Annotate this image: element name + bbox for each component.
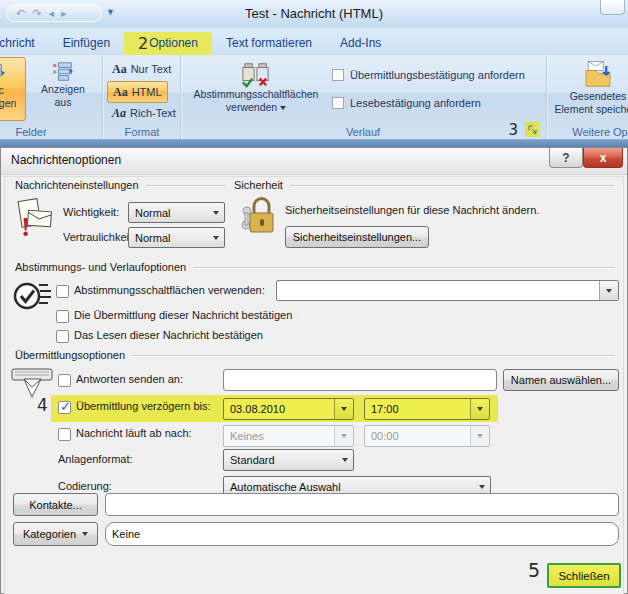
- section-divider: [290, 185, 615, 186]
- group-label-verlauf: Verlauf: [180, 126, 546, 138]
- dialog-launcher-icon: [528, 125, 538, 135]
- voting-buttons-label: Abstimmungsschaltflächen verwenden:: [74, 284, 265, 296]
- read-receipt-checkbox[interactable]: Lesebestätigung anfordern: [332, 97, 481, 109]
- group-label-format: Format: [104, 126, 180, 138]
- kategorien-button[interactable]: Kategorien: [13, 522, 98, 546]
- ribbon-group-verlauf: Abstimmungsschaltflächen verwenden Überm…: [180, 55, 547, 139]
- dropdown-arrow-icon: [337, 450, 353, 470]
- dropdown-arrow-button[interactable]: [470, 399, 489, 419]
- bcc-anzeigen-button[interactable]: Bcc anzeigen: [0, 57, 26, 121]
- expiry-time-combobox: 00:00: [364, 425, 490, 447]
- button-label-line: Abstimmungsschaltflächen: [194, 88, 319, 101]
- tab-optionen[interactable]: 2 Optionen: [124, 32, 212, 55]
- dropdown-arrow-button[interactable]: [599, 281, 618, 300]
- save-sent-item-button[interactable]: Gesendetes Element speichern: [552, 56, 628, 123]
- close-dialog-button[interactable]: x: [583, 148, 623, 168]
- sicherheitseinstellungen-button[interactable]: Sicherheitseinstellungen...: [285, 226, 429, 248]
- window-title: Test - Nachricht (HTML): [0, 0, 628, 28]
- tab-label: Nachricht: [0, 36, 35, 50]
- schliessen-button[interactable]: Schließen: [547, 563, 621, 588]
- codierung-label: Codierung:: [58, 480, 112, 492]
- tab-text-formatieren[interactable]: Text formatieren: [212, 32, 326, 55]
- dialog-title: Nachrichtenoptionen: [11, 148, 121, 173]
- button-label: Kontakte...: [29, 499, 82, 511]
- vertraulichkeit-combobox[interactable]: Normal: [128, 227, 225, 248]
- voting-buttons-checkbox[interactable]: [56, 285, 69, 298]
- read-confirm-checkbox[interactable]: [56, 330, 69, 343]
- tab-label: Einfügen: [63, 36, 110, 50]
- anlagenformat-combobox[interactable]: Standard: [223, 449, 354, 471]
- aa-icon: Aa: [112, 106, 126, 121]
- checkbox-label: Lesebestätigung anfordern: [350, 97, 481, 109]
- vertraulichkeit-label: Vertraulichkeit:: [63, 231, 135, 243]
- button-label: Schließen: [558, 570, 609, 582]
- combobox-value: Standard: [230, 454, 275, 466]
- button-label: Nur Text: [131, 63, 172, 75]
- section-divider: [132, 355, 615, 356]
- section-header-sicherheit: Sicherheit: [234, 179, 615, 191]
- kontakte-input[interactable]: [105, 493, 619, 516]
- section-label: Übermittlungsoptionen: [15, 349, 125, 361]
- expiry-checkbox[interactable]: [58, 428, 71, 441]
- namen-auswaehlen-button[interactable]: Namen auswählen...: [503, 369, 619, 391]
- html-button[interactable]: Aa HTML: [107, 81, 168, 103]
- importance-envelope-icon: !: [17, 194, 53, 242]
- button-label-line: verwenden: [226, 101, 277, 114]
- section-divider: [146, 185, 225, 186]
- help-button[interactable]: ?: [549, 148, 583, 168]
- tab-nachricht[interactable]: Nachricht: [0, 32, 49, 55]
- button-label: Kategorien: [23, 528, 76, 540]
- nur-text-button[interactable]: Aa Nur Text: [107, 59, 176, 79]
- group-label-felder: Felder: [0, 126, 102, 138]
- delivery-confirm-checkbox[interactable]: [56, 310, 69, 323]
- nachrichtenoptionen-dialog: Nachrichtenoptionen ? x Nachrichteneinst…: [0, 147, 628, 594]
- tab-einfuegen[interactable]: Einfügen: [49, 32, 124, 55]
- button-label-line: Element speichern: [555, 103, 628, 116]
- window-background-strip: [0, 140, 628, 147]
- tab-add-ins[interactable]: Add-Ins: [326, 32, 395, 55]
- delivery-receipt-checkbox[interactable]: Übermittlungsbestätigung anfordern: [332, 69, 525, 81]
- kategorien-input[interactable]: [105, 522, 619, 546]
- tracking-check-icon: [12, 277, 52, 317]
- section-label: Sicherheit: [234, 179, 283, 191]
- voting-buttons-combobox[interactable]: [276, 280, 619, 301]
- dialog-launcher-button[interactable]: [525, 122, 540, 137]
- combobox-value: 00:00: [371, 430, 399, 442]
- dropdown-arrow-icon: [82, 532, 88, 536]
- button-label-line: aus: [55, 96, 72, 109]
- button-label-line: Anzeigen: [41, 83, 85, 96]
- reply-to-checkbox[interactable]: [58, 374, 71, 387]
- aa-icon: Aa: [113, 85, 128, 100]
- voting-boxes-icon: [238, 60, 274, 88]
- minimize-button[interactable]: [600, 0, 625, 15]
- button-label-line: Bcc: [0, 84, 4, 97]
- anzeigen-aus-button[interactable]: Anzeigen aus: [30, 57, 96, 121]
- checkbox-box: [332, 97, 344, 109]
- aa-icon: Aa: [112, 62, 127, 77]
- reply-to-input[interactable]: [223, 369, 497, 391]
- reply-to-label: Antworten senden an:: [76, 373, 183, 385]
- dropdown-arrow-button[interactable]: [334, 399, 353, 419]
- anlagenformat-label: Anlagenformat:: [58, 453, 133, 465]
- save-sent-item-icon: [581, 60, 615, 90]
- ribbon-group-format: Aa Nur Text Aa HTML Aa Rich-Text Format: [104, 55, 181, 139]
- svg-text:!: !: [21, 211, 30, 242]
- voting-buttons-button[interactable]: Abstimmungsschaltflächen verwenden: [183, 56, 329, 123]
- dropdown-arrow-button: [470, 426, 489, 446]
- wichtigkeit-label: Wichtigkeit:: [63, 206, 119, 218]
- delay-date-combobox[interactable]: 03.08.2010: [223, 398, 354, 420]
- ribbon: Bcc anzeigen Anzeigen aus Felder Aa Nur …: [0, 55, 628, 140]
- kontakte-button[interactable]: Kontakte...: [13, 493, 98, 516]
- annotation-4: 4: [37, 397, 48, 414]
- rich-text-button[interactable]: Aa Rich-Text: [107, 103, 181, 123]
- delay-delivery-checkbox[interactable]: [58, 401, 71, 414]
- wichtigkeit-combobox[interactable]: Normal: [128, 202, 225, 223]
- tab-label: Add-Ins: [340, 36, 381, 50]
- expiry-label: Nachricht läuft ab nach:: [76, 427, 192, 439]
- button-label: Sicherheitseinstellungen...: [293, 231, 421, 243]
- dropdown-arrow-button: [334, 426, 353, 446]
- delay-time-combobox[interactable]: 17:00: [364, 398, 490, 420]
- combobox-value: 17:00: [371, 403, 399, 415]
- dropdown-arrow-icon: [280, 106, 286, 110]
- delivery-confirm-label: Die Übermittlung dieser Nachricht bestät…: [74, 309, 292, 321]
